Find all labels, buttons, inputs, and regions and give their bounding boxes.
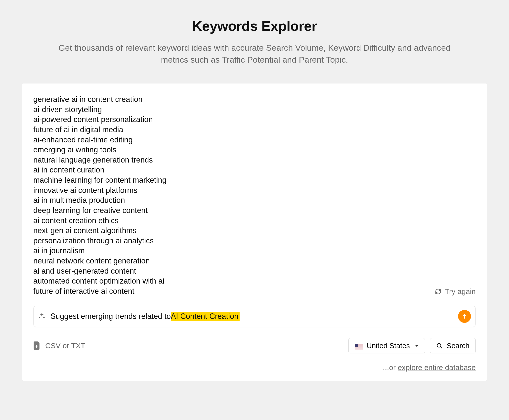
svg-line-8 xyxy=(440,347,442,348)
explore-database-link[interactable]: explore entire database xyxy=(398,363,476,372)
search-button[interactable]: Search xyxy=(430,338,476,353)
refresh-icon xyxy=(435,288,441,295)
keyword-item: ai-powered content personalization xyxy=(33,115,476,125)
page-title: Keywords Explorer xyxy=(22,18,487,34)
keyword-list: generative ai in content creationai-driv… xyxy=(33,94,476,296)
try-again-button[interactable]: Try again xyxy=(435,287,476,296)
sparkle-icon xyxy=(38,312,45,321)
keyword-item: automated content optimization with ai xyxy=(33,276,476,286)
suggest-input-bar[interactable]: Suggest emerging trends related to AI Co… xyxy=(33,306,476,327)
keyword-item: neural network content generation xyxy=(33,256,476,266)
keyword-item: ai content creation ethics xyxy=(33,216,476,226)
keyword-item: ai in content curation xyxy=(33,165,476,175)
bottom-controls: CSV or TXT United States xyxy=(33,338,476,353)
keyword-item: ai in multimedia production xyxy=(33,195,476,206)
upload-label: CSV or TXT xyxy=(45,341,85,350)
keyword-item: ai-enhanced real-time editing xyxy=(33,135,476,145)
svg-rect-4 xyxy=(355,347,363,348)
suggest-text: Suggest emerging trends related to AI Co… xyxy=(50,312,453,321)
main-card: generative ai in content creationai-driv… xyxy=(22,84,487,381)
search-label: Search xyxy=(447,342,469,350)
keyword-item: ai and user-generated content xyxy=(33,266,476,276)
svg-rect-5 xyxy=(355,348,363,349)
country-select[interactable]: United States xyxy=(348,338,425,353)
submit-suggest-button[interactable] xyxy=(458,310,471,323)
keyword-item: ai in journalism xyxy=(33,246,476,256)
explore-row: ...or explore entire database xyxy=(33,363,476,372)
keyword-item: emerging ai writing tools xyxy=(33,145,476,155)
try-again-label: Try again xyxy=(445,287,476,296)
suggest-prefix: Suggest emerging trends related to xyxy=(50,312,171,321)
keyword-item: natural language generation trends xyxy=(33,155,476,165)
keyword-item: innovative ai content platforms xyxy=(33,185,476,196)
keyword-item: generative ai in content creation xyxy=(33,94,476,105)
svg-rect-6 xyxy=(355,344,358,347)
search-icon xyxy=(436,342,443,349)
page-header: Keywords Explorer Get thousands of relev… xyxy=(22,18,487,66)
keyword-item: future of ai in digital media xyxy=(33,125,476,135)
keyword-item: personalization through ai analytics xyxy=(33,236,476,246)
file-upload-icon xyxy=(33,341,41,350)
arrow-up-icon xyxy=(461,313,468,320)
suggest-highlight: AI Content Creation xyxy=(171,312,239,321)
country-name: United States xyxy=(367,342,410,350)
page-root: Keywords Explorer Get thousands of relev… xyxy=(0,0,509,381)
keyword-item: ai-driven storytelling xyxy=(33,105,476,115)
page-subtitle: Get thousands of relevant keyword ideas … xyxy=(46,42,463,66)
explore-prefix: ...or xyxy=(383,363,398,372)
caret-down-icon xyxy=(415,345,419,347)
keyword-item: machine learning for content marketing xyxy=(33,175,476,185)
upload-file-button[interactable]: CSV or TXT xyxy=(33,341,85,350)
keyword-item: deep learning for creative content xyxy=(33,206,476,216)
us-flag-icon xyxy=(355,343,363,348)
keyword-item: next-gen ai content algorithms xyxy=(33,226,476,236)
